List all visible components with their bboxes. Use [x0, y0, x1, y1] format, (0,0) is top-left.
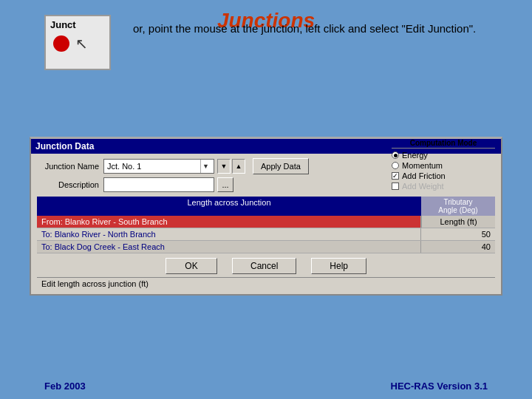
table-subheader-row: From: Blanko River - South Branch Length… [37, 216, 495, 228]
from-header: From: Blanko River - South Branch [37, 216, 421, 228]
junct-icon-box: Junct ↖ [44, 15, 111, 70]
status-bar: Edit length across junction (ft) [37, 277, 495, 290]
red-dot-icon [53, 35, 69, 52]
combo-arrow-icon[interactable]: ▼ [200, 160, 211, 173]
add-weight-checkbox[interactable] [392, 183, 399, 190]
add-weight-row[interactable]: Add Weight [392, 182, 495, 191]
junction-table: Length across Junction Tributary Angle (… [37, 197, 495, 253]
dialog-body: Junction Name Jct. No. 1 ▼ ▼ ▲ Apply Dat… [31, 154, 501, 294]
add-friction-row[interactable]: ✓ Add Friction [392, 171, 495, 180]
button-row: OK Cancel Help [37, 258, 495, 274]
reach-length-0: 50 [421, 228, 495, 240]
add-friction-checkbox[interactable]: ✓ [392, 172, 399, 180]
reach-name-0: To: Blanko River - North Branch [37, 228, 421, 240]
momentum-radio[interactable] [392, 162, 399, 169]
junction-data-dialog: Junction Data Junction Name Jct. No. 1 ▼… [30, 137, 502, 296]
ellipsis-button[interactable]: ... [217, 177, 233, 192]
table-row: To: Blanko River - North Branch 50 [37, 228, 495, 241]
reach-length-1: 40 [421, 241, 495, 253]
junct-label: Junct [50, 19, 76, 30]
table-header: Length across Junction Tributary Angle (… [37, 197, 495, 216]
computation-mode-title: Computation Mode [392, 139, 495, 149]
junction-name-value: Jct. No. 1 [107, 162, 200, 171]
nav-buttons: ▼ ▲ [217, 159, 247, 174]
description-input[interactable] [103, 177, 214, 192]
junct-content: ↖ [50, 35, 88, 52]
reach-name-1: To: Black Dog Creek - East Reach [37, 241, 421, 253]
junction-name-label: Junction Name [37, 162, 103, 171]
junction-name-combo[interactable]: Jct. No. 1 ▼ [103, 159, 214, 174]
tributary-line1: Tributary [424, 198, 492, 206]
help-button[interactable]: Help [311, 258, 366, 274]
energy-radio[interactable] [392, 151, 399, 159]
footer-date: Feb 2003 [44, 381, 86, 392]
energy-radio-row[interactable]: Energy [392, 151, 495, 160]
footer-version: HEC-RAS Version 3.1 [391, 381, 488, 392]
length-header: Length (ft) [421, 216, 495, 228]
add-weight-label: Add Weight [402, 182, 444, 191]
footer: Feb 2003 HEC-RAS Version 3.1 [0, 381, 532, 392]
intro-description: or, point the mouse at the junction, lef… [133, 21, 502, 38]
cancel-button[interactable]: Cancel [232, 258, 296, 274]
table-header-right: Tributary Angle (Deg) [421, 197, 495, 216]
energy-label: Energy [402, 151, 428, 160]
description-label: Description [37, 180, 103, 189]
table-header-main: Length across Junction [37, 197, 421, 216]
ok-button[interactable]: OK [166, 258, 217, 274]
angle-line2: Angle (Deg) [424, 206, 492, 214]
cursor-icon: ↖ [75, 35, 88, 52]
table-row: To: Black Dog Creek - East Reach 40 [37, 241, 495, 253]
nav-up-btn[interactable]: ▲ [232, 159, 245, 174]
computation-mode-panel: Computation Mode Energy Momentum ✓ Add F… [392, 139, 495, 192]
momentum-label: Momentum [402, 161, 443, 170]
apply-data-button[interactable]: Apply Data [253, 158, 309, 174]
momentum-radio-row[interactable]: Momentum [392, 161, 495, 170]
nav-down-btn[interactable]: ▼ [217, 159, 231, 174]
add-friction-label: Add Friction [402, 171, 446, 180]
